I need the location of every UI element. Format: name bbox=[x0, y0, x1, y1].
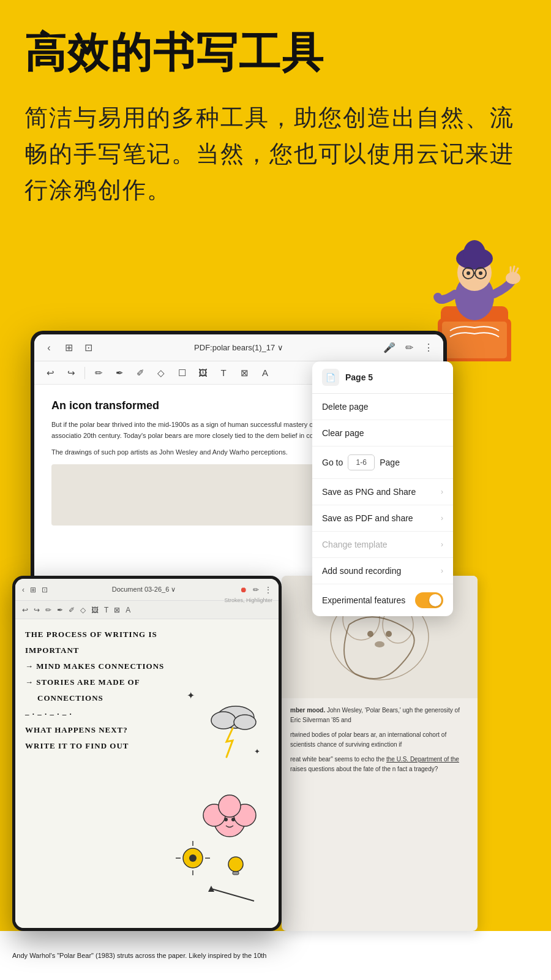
svg-point-24 bbox=[231, 818, 235, 821]
small-pen-icon[interactable]: ✏ bbox=[251, 586, 261, 594]
experimental-item[interactable]: Experimental features bbox=[312, 584, 453, 616]
goto-input[interactable] bbox=[348, 454, 375, 470]
experimental-label: Experimental features bbox=[322, 595, 405, 605]
small-eraser[interactable]: ✐ bbox=[67, 606, 77, 614]
save-png-label: Save as PNG and Share bbox=[322, 487, 416, 497]
small-img[interactable]: 🖼 bbox=[89, 606, 100, 614]
select-tool[interactable]: ☐ bbox=[173, 364, 190, 382]
svg-point-23 bbox=[224, 818, 228, 821]
small-tools-row: ↩ ↪ ✏ ✒ ✐ ◇ 🖼 T ⊠ A Strokes, Highlighter bbox=[15, 601, 279, 619]
marker-tool[interactable]: ✒ bbox=[111, 364, 128, 382]
more-icon[interactable]: ⋮ bbox=[420, 339, 437, 356]
goto-page-item[interactable]: Go to Page bbox=[312, 447, 453, 479]
small-redo[interactable]: ↪ bbox=[32, 606, 42, 614]
handwriting-area: The Process of Writing is Important → Mi… bbox=[15, 619, 279, 928]
svg-point-33 bbox=[228, 857, 243, 872]
small-back-button[interactable]: ‹ bbox=[20, 586, 26, 594]
change-template-item[interactable]: Change template › bbox=[312, 532, 453, 558]
bottom-caption-area: Andy Warhol's "Polar Bear" (1983) struts… bbox=[0, 931, 551, 980]
svg-rect-34 bbox=[233, 872, 239, 875]
small-record-icon[interactable]: ⏺ bbox=[238, 586, 249, 594]
handwriting-text: The Process of Writing is Important → Mi… bbox=[25, 627, 269, 754]
back-button[interactable]: ‹ bbox=[40, 339, 58, 356]
svg-point-4 bbox=[506, 272, 520, 284]
save-png-item[interactable]: Save as PNG and Share › bbox=[312, 479, 453, 505]
add-recording-label: Add sound recording bbox=[322, 566, 401, 576]
svg-line-35 bbox=[211, 889, 254, 901]
main-toolbar: ‹ ⊞ ⊡ PDF:polar bears(1)_17 ∨ 🎤 ✏ ⋮ bbox=[34, 334, 443, 361]
bookmark-icon[interactable]: ⊡ bbox=[80, 339, 97, 356]
text-tool[interactable]: T bbox=[215, 364, 232, 382]
save-pdf-item[interactable]: Save as PDF and share › bbox=[312, 505, 453, 532]
svg-point-22 bbox=[219, 795, 241, 817]
page-icon: 📄 bbox=[322, 369, 339, 386]
crop-tool[interactable]: ⊠ bbox=[236, 364, 253, 382]
mic-icon[interactable]: 🎤 bbox=[381, 339, 398, 356]
format-tool[interactable]: A bbox=[257, 364, 274, 382]
image-tool[interactable]: 🖼 bbox=[194, 364, 211, 382]
hero-title: 高效的书写工具 bbox=[0, 0, 551, 75]
bottom-caption: Andy Warhol's "Polar Bear" (1983) struts… bbox=[12, 951, 267, 961]
menu-page-label: Page 5 bbox=[345, 372, 373, 382]
pen-tool[interactable]: ✏ bbox=[90, 364, 107, 382]
small-undo[interactable]: ↩ bbox=[20, 606, 30, 614]
change-template-label: Change template bbox=[322, 540, 388, 549]
undo-button[interactable]: ↩ bbox=[42, 364, 59, 382]
small-marker[interactable]: ✒ bbox=[55, 606, 65, 614]
chevron-right-icon-3: › bbox=[441, 540, 443, 549]
hero-subtitle: 简洁与易用的多种工具，助您创造出自然、流畅的手写笔记。当然，您也可以使用云记来进… bbox=[0, 75, 551, 208]
clear-page-label: Clear page bbox=[322, 428, 364, 438]
pdf-text-area: mber mood. John Wesley, 'Polar Bears,' u… bbox=[282, 698, 478, 786]
svg-point-39 bbox=[367, 631, 373, 637]
small-bookmark-icon[interactable]: ⊡ bbox=[40, 586, 50, 594]
goto-label: Go to bbox=[322, 458, 343, 467]
svg-point-40 bbox=[386, 631, 392, 637]
grid-icon[interactable]: ⊞ bbox=[60, 339, 77, 356]
experimental-toggle[interactable] bbox=[415, 592, 443, 608]
menu-header: 📄 Page 5 bbox=[312, 361, 453, 394]
svg-point-14 bbox=[467, 271, 470, 275]
small-format[interactable]: A bbox=[124, 606, 132, 614]
svg-point-15 bbox=[479, 271, 482, 275]
chevron-right-icon-2: › bbox=[441, 514, 443, 522]
svg-point-41 bbox=[375, 641, 384, 647]
pencil-tool[interactable]: ✐ bbox=[132, 364, 149, 382]
small-more-icon[interactable]: ⋮ bbox=[263, 586, 274, 594]
pencil-icon[interactable]: ✏ bbox=[400, 339, 418, 356]
tablet-small: ‹ ⊞ ⊡ Document 03-26_6 ∨ ⏺ ✏ ⋮ ↩ ↪ ✏ ✒ ✐… bbox=[12, 576, 282, 931]
page-label: Page bbox=[380, 458, 400, 467]
small-text[interactable]: T bbox=[102, 606, 110, 614]
eraser-tool[interactable]: ◇ bbox=[152, 364, 170, 382]
svg-point-28 bbox=[189, 854, 197, 862]
clear-page-item[interactable]: Clear page bbox=[312, 420, 453, 447]
small-pen[interactable]: ✏ bbox=[43, 606, 53, 614]
context-menu: 📄 Page 5 Delete page Clear page Go to Pa… bbox=[312, 361, 453, 616]
small-crop[interactable]: ⊠ bbox=[112, 606, 122, 614]
save-pdf-label: Save as PDF and share bbox=[322, 513, 413, 523]
document-title[interactable]: PDF:polar bears(1)_17 ∨ bbox=[99, 343, 378, 352]
svg-point-10 bbox=[463, 240, 485, 267]
strokes-label: Strokes, Highlighter bbox=[224, 597, 272, 603]
small-doc-title[interactable]: Document 03-26_6 ∨ bbox=[51, 586, 236, 594]
add-recording-item[interactable]: Add sound recording › bbox=[312, 558, 453, 584]
svg-line-5 bbox=[515, 268, 518, 273]
chevron-right-icon-4: › bbox=[441, 567, 443, 575]
redo-button[interactable]: ↪ bbox=[62, 364, 80, 382]
small-grid-icon[interactable]: ⊞ bbox=[28, 586, 38, 594]
goto-row: Go to Page bbox=[322, 454, 400, 470]
delete-page-item[interactable]: Delete page bbox=[312, 394, 453, 420]
delete-page-label: Delete page bbox=[322, 402, 369, 412]
svg-line-6 bbox=[513, 266, 514, 272]
chevron-right-icon: › bbox=[441, 488, 443, 496]
small-highlight[interactable]: ◇ bbox=[78, 606, 88, 614]
pdf-right-panel: mber mood. John Wesley, 'Polar Bears,' u… bbox=[282, 576, 478, 931]
